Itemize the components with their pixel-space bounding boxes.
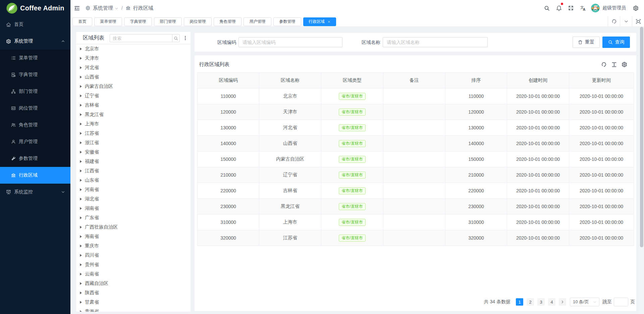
tree-node[interactable]: 贵州省 [76,260,191,269]
tab[interactable]: 岗位管理 [184,17,212,26]
tree-node[interactable]: 黑龙江省 [76,110,191,119]
caret-right-icon[interactable] [79,179,82,182]
user-avatar[interactable] [591,4,600,12]
caret-right-icon[interactable] [79,226,82,229]
tree-node[interactable]: 天津市 [76,54,191,63]
tree-node[interactable]: 陕西省 [76,288,191,298]
table-column-header[interactable]: 备注 [383,73,445,88]
caret-right-icon[interactable] [79,57,82,60]
tree-node[interactable]: 上海市 [76,119,191,129]
caret-right-icon[interactable] [79,66,82,69]
caret-right-icon[interactable] [79,291,82,295]
region-code-input[interactable] [238,37,342,47]
table-row[interactable]: 120000 天津市 省市/直辖市 120000 2020-10-01 00:0… [198,104,634,120]
caret-right-icon[interactable] [79,122,82,126]
table-column-header[interactable]: 区域名称 [259,73,321,88]
table-column-header[interactable]: 更新时间 [569,73,634,88]
tree-node[interactable]: 福建省 [76,157,191,166]
caret-right-icon[interactable] [79,235,82,238]
caret-right-icon[interactable] [79,254,82,257]
table-row[interactable]: 140000 山西省 省市/直辖市 140000 2020-10-01 00:0… [198,136,634,151]
table-row[interactable]: 150000 内蒙古自治区 省市/直辖市 150000 2020-10-01 0… [198,151,634,167]
refresh-icon[interactable] [601,62,607,67]
more-options-icon[interactable] [183,36,188,41]
tree-node[interactable]: 山西省 [76,72,191,82]
next-page-button[interactable] [559,298,566,306]
tab[interactable]: 行政区域 [303,17,336,26]
scrollbar-thumb[interactable] [640,27,643,247]
sidebar-subitem[interactable]: 行政区域 [0,167,70,184]
reset-button[interactable]: 重置 [573,37,600,48]
tree-node[interactable]: 吉林省 [76,101,191,110]
tree-node[interactable]: 江苏省 [76,129,191,138]
tree-node[interactable]: 广西壮族自治区 [76,223,191,232]
page-button[interactable]: 1 [516,298,523,306]
row-height-icon[interactable] [611,62,617,67]
tree-node[interactable]: 安徽省 [76,147,191,157]
jump-page-input[interactable] [614,298,628,306]
tree-search-input[interactable] [110,34,172,42]
caret-right-icon[interactable] [79,197,82,201]
tree-node[interactable]: 西藏自治区 [76,279,191,288]
sidebar-subitem[interactable]: 字典管理 [0,66,70,83]
caret-right-icon[interactable] [79,132,82,135]
caret-right-icon[interactable] [79,160,82,163]
tree-node[interactable]: 辽宁省 [76,91,191,101]
query-button[interactable]: 查询 [602,37,630,48]
sidebar-item-system-monitor[interactable]: 系统监控 [0,184,70,200]
tree-node[interactable]: 江西省 [76,166,191,176]
sidebar-item-home[interactable]: 首页 [0,16,70,33]
tab[interactable]: 首页 [72,17,92,26]
table-column-header[interactable]: 区域编码 [198,73,259,88]
tab[interactable]: 字典管理 [124,17,152,26]
breadcrumb-parent[interactable]: 系统管理 [93,5,113,11]
region-name-input[interactable] [383,37,488,47]
caret-right-icon[interactable] [79,244,82,248]
settings-button[interactable] [630,0,642,16]
table-row[interactable]: 320000 江苏省 省市/直辖市 320000 2020-10-01 00:0… [198,230,634,246]
tree-node[interactable]: 青海省 [76,307,191,312]
tree-node[interactable]: 云南省 [76,269,191,279]
tree-node[interactable]: 浙江省 [76,138,191,147]
sidebar-subitem[interactable]: 菜单管理 [0,50,70,66]
column-settings-icon[interactable] [622,62,627,67]
tab[interactable]: 用户管理 [244,17,271,26]
caret-right-icon[interactable] [79,104,82,107]
close-icon[interactable] [327,20,331,23]
tree-node[interactable]: 山东省 [76,176,191,185]
tab-options-button[interactable] [620,16,632,26]
username[interactable]: 超级管理员 [602,5,626,11]
caret-right-icon[interactable] [79,188,82,191]
refresh-page-button[interactable] [608,16,620,26]
language-button[interactable] [577,0,589,16]
table-row[interactable]: 130000 河北省 省市/直辖市 130000 2020-10-01 00:0… [198,120,634,136]
page-button[interactable]: 4 [548,298,555,306]
sidebar-subitem[interactable]: 岗位管理 [0,100,70,117]
tree-node[interactable]: 甘肃省 [76,298,191,307]
tab[interactable]: 菜单管理 [94,17,122,26]
tree-node[interactable]: 湖南省 [76,204,191,213]
table-column-header[interactable]: 排序 [445,73,507,88]
caret-right-icon[interactable] [79,272,82,276]
menu-fold-icon[interactable] [74,5,80,11]
caret-right-icon[interactable] [79,216,82,219]
sidebar-subitem[interactable]: 角色管理 [0,117,70,133]
tree-node[interactable]: 湖北省 [76,194,191,204]
sidebar-subitem[interactable]: 参数管理 [0,150,70,167]
page-button[interactable]: 3 [537,298,545,306]
tree-node[interactable]: 河北省 [76,63,191,72]
table-row[interactable]: 220000 吉林省 省市/直辖市 220000 2020-10-01 00:0… [198,183,634,199]
table-row[interactable]: 310000 上海市 省市/直辖市 310000 2020-10-01 00:0… [198,214,634,230]
tree-node[interactable]: 四川省 [76,251,191,260]
table-column-header[interactable]: 创建时间 [507,73,569,88]
caret-right-icon[interactable] [79,94,82,98]
tree-node[interactable]: 重庆市 [76,241,191,251]
caret-right-icon[interactable] [79,113,82,116]
tree-node[interactable]: 广东省 [76,213,191,223]
fullscreen-button[interactable] [565,0,577,16]
caret-right-icon[interactable] [79,282,82,285]
tab[interactable]: 部门管理 [154,17,182,26]
table-row[interactable]: 230000 黑龙江省 省市/直辖市 230000 2020-10-01 00:… [198,199,634,214]
sidebar-item-system-management[interactable]: 系统管理 [0,33,70,50]
caret-right-icon[interactable] [79,301,82,304]
